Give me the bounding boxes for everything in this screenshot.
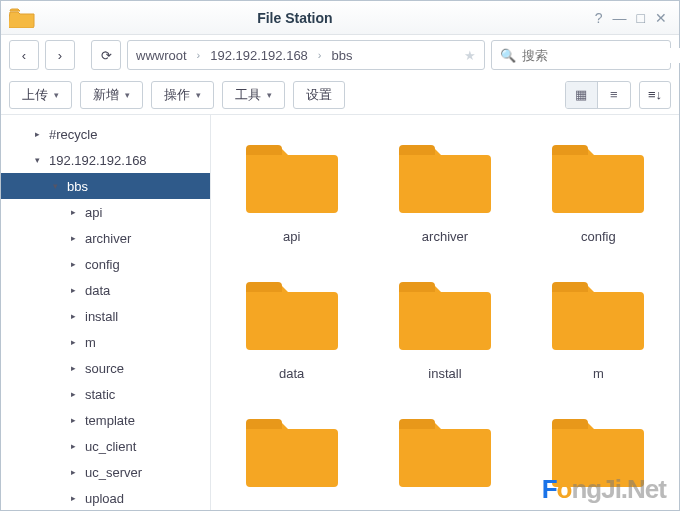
chevron-right-icon: ▸ — [67, 363, 79, 373]
folder-item[interactable] — [368, 399, 521, 510]
folder-label: m — [593, 366, 604, 381]
tree-node-label: static — [85, 387, 115, 402]
chevron-right-icon: ▸ — [67, 467, 79, 477]
chevron-right-icon: ▸ — [67, 233, 79, 243]
tree-node-child[interactable]: ▸static — [1, 381, 210, 407]
breadcrumb-segment[interactable]: 192.192.192.168 — [210, 48, 308, 63]
chevron-right-icon: › — [318, 49, 322, 61]
breadcrumb-segment[interactable]: bbs — [332, 48, 353, 63]
folder-item[interactable] — [215, 399, 368, 510]
chevron-right-icon: › — [197, 49, 201, 61]
search-icon: 🔍 — [500, 48, 516, 63]
toolbar: 上传▾ 新增▾ 操作▾ 工具▾ 设置 ▦ ≡ ≡↓ — [1, 75, 679, 115]
back-button[interactable]: ‹ — [9, 40, 39, 70]
folder-item[interactable] — [522, 399, 675, 510]
folder-label: api — [283, 229, 300, 244]
action-button[interactable]: 操作▾ — [151, 81, 214, 109]
tree-node-child[interactable]: ▸source — [1, 355, 210, 381]
close-icon[interactable]: ✕ — [655, 10, 667, 26]
sidebar: ▸#recycle ▾192.192.192.168 ▾bbs ▸api▸arc… — [1, 115, 211, 510]
tree-node-child[interactable]: ▸archiver — [1, 225, 210, 251]
folder-icon — [548, 137, 648, 219]
tree-node-child[interactable]: ▸api — [1, 199, 210, 225]
tree-node-label: install — [85, 309, 118, 324]
chevron-down-icon: ▾ — [49, 181, 61, 191]
folder-label: data — [279, 366, 304, 381]
tree-node-child[interactable]: ▸m — [1, 329, 210, 355]
view-mode-toggle: ▦ ≡ — [565, 81, 631, 109]
chevron-right-icon: ▸ — [31, 129, 43, 139]
chevron-right-icon: ▸ — [67, 337, 79, 347]
tree-node-child[interactable]: ▸template — [1, 407, 210, 433]
upload-button[interactable]: 上传▾ — [9, 81, 72, 109]
folder-label: install — [428, 366, 461, 381]
refresh-button[interactable]: ⟳ — [91, 40, 121, 70]
chevron-right-icon: ▸ — [67, 259, 79, 269]
tree-node-label: m — [85, 335, 96, 350]
tool-button[interactable]: 工具▾ — [222, 81, 285, 109]
search-input[interactable] — [522, 48, 680, 63]
tree-node-label: uc_client — [85, 439, 136, 454]
folder-item[interactable]: config — [522, 125, 675, 262]
window-title: File Station — [3, 10, 587, 26]
chevron-right-icon: ▸ — [67, 311, 79, 321]
chevron-right-icon: ▸ — [67, 285, 79, 295]
tree-node-label: template — [85, 413, 135, 428]
folder-icon — [242, 274, 342, 356]
tree-node-label: api — [85, 205, 102, 220]
tree-node-child[interactable]: ▸config — [1, 251, 210, 277]
folder-icon — [395, 411, 495, 493]
caret-down-icon: ▾ — [54, 90, 59, 100]
folder-item[interactable]: api — [215, 125, 368, 262]
tree-node-child[interactable]: ▸data — [1, 277, 210, 303]
new-button[interactable]: 新增▾ — [80, 81, 143, 109]
folder-label: config — [581, 229, 616, 244]
address-bar: ‹ › ⟳ wwwroot › 192.192.192.168 › bbs ★ … — [1, 35, 679, 75]
chevron-right-icon: ▸ — [67, 207, 79, 217]
folder-item[interactable]: m — [522, 262, 675, 399]
list-view-button[interactable]: ≡ — [598, 82, 630, 108]
tree-node-label: uc_server — [85, 465, 142, 480]
chevron-right-icon: ▸ — [67, 415, 79, 425]
folder-content: apiarchiverconfigdatainstallm — [211, 115, 679, 510]
folder-icon — [395, 137, 495, 219]
breadcrumb[interactable]: wwwroot › 192.192.192.168 › bbs ★ — [127, 40, 485, 70]
tree-node-label: data — [85, 283, 110, 298]
minimize-icon[interactable]: — — [613, 10, 627, 26]
favorite-icon[interactable]: ★ — [464, 48, 476, 63]
file-station-window: File Station ? — □ ✕ ‹ › ⟳ wwwroot › 192… — [0, 0, 680, 511]
folder-item[interactable]: archiver — [368, 125, 521, 262]
tree-node-child[interactable]: ▸install — [1, 303, 210, 329]
tree-node-label: upload — [85, 491, 124, 506]
settings-button[interactable]: 设置 — [293, 81, 345, 109]
folder-icon — [548, 411, 648, 493]
tree-node-child[interactable]: ▸uc_client — [1, 433, 210, 459]
folder-icon — [395, 274, 495, 356]
grid-view-button[interactable]: ▦ — [566, 82, 598, 108]
tree-node-host[interactable]: ▾192.192.192.168 — [1, 147, 210, 173]
folder-item[interactable]: data — [215, 262, 368, 399]
folder-icon — [242, 137, 342, 219]
folder-icon — [242, 411, 342, 493]
folder-grid: apiarchiverconfigdatainstallm — [215, 125, 675, 510]
sort-button[interactable]: ≡↓ — [639, 81, 671, 109]
tree-node-child[interactable]: ▸uc_server — [1, 459, 210, 485]
breadcrumb-segment[interactable]: wwwroot — [136, 48, 187, 63]
folder-item[interactable]: install — [368, 262, 521, 399]
folder-icon — [548, 274, 648, 356]
chevron-right-icon: ▸ — [67, 493, 79, 503]
chevron-down-icon: ▾ — [31, 155, 43, 165]
tree-node-label: config — [85, 257, 120, 272]
tree-node-recycle[interactable]: ▸#recycle — [1, 121, 210, 147]
caret-down-icon: ▾ — [125, 90, 130, 100]
forward-button[interactable]: › — [45, 40, 75, 70]
tree-node-child[interactable]: ▸upload — [1, 485, 210, 510]
titlebar: File Station ? — □ ✕ — [1, 1, 679, 35]
maximize-icon[interactable]: □ — [637, 10, 645, 26]
tree-node-bbs[interactable]: ▾bbs — [1, 173, 210, 199]
chevron-right-icon: ▸ — [67, 441, 79, 451]
help-icon[interactable]: ? — [595, 10, 603, 26]
search-box[interactable]: 🔍 — [491, 40, 671, 70]
tree-node-label: archiver — [85, 231, 131, 246]
caret-down-icon: ▾ — [267, 90, 272, 100]
